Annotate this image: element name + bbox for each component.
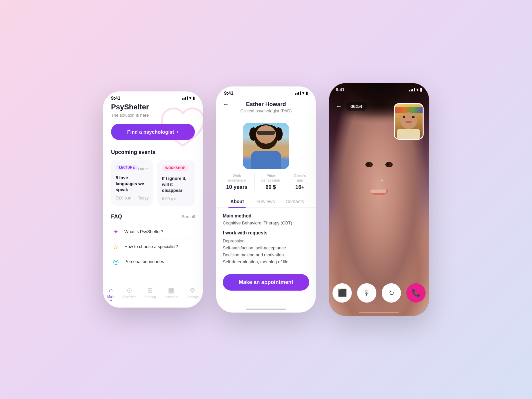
mic-button[interactable]: 🎙 (357, 283, 376, 303)
calendar-icon: ▦ (168, 286, 174, 294)
event-time-2: 6:00 p.m (162, 197, 190, 201)
faq-title: FAQ (111, 214, 122, 220)
lecture-badge: LECTURE (116, 165, 138, 170)
nav-catalog-label: Catalog (144, 295, 156, 299)
mic-icon: 🎙 (363, 289, 370, 297)
stat-price: Price per session 60 $ (261, 173, 280, 190)
signal-icon (182, 96, 188, 100)
nav-catalog[interactable]: ⊞ Catalog (144, 286, 156, 301)
faq-text-3: Personal boundaries (124, 259, 164, 264)
nav-settings[interactable]: ⚙ Settings (187, 286, 199, 301)
nav-discover-label: Discover (123, 295, 136, 299)
wifi-icon-3: ▾ (416, 87, 419, 92)
phone-2: 9:41 ▾ ▮ ← Esther Howard Clinical psycho… (216, 86, 316, 313)
see-all-link[interactable]: See all (182, 214, 195, 219)
request-2: Self-satisfaction, self-acceptance (223, 244, 309, 251)
video-back-button[interactable]: ← (336, 103, 342, 110)
phone-3: ← 06:54 9:41 ▾ ▮ (329, 83, 429, 316)
heart-decoration (160, 106, 203, 153)
phone-1: 9:41 ▾ ▮ PsyShelter The solution is here (103, 91, 203, 308)
caller-thumbnail (394, 103, 424, 140)
event-card-1[interactable]: LECTURE Online 5 love languages we speak… (111, 160, 153, 206)
signal-icon-2 (295, 91, 301, 95)
status-icons-3: ▾ ▮ (409, 87, 422, 92)
profile-photo (243, 123, 289, 169)
nav-main-label: Main (107, 295, 115, 299)
rotate-camera-button[interactable]: ↻ (382, 283, 401, 303)
rotate-icon: ↻ (389, 289, 394, 297)
stat-age-value: 16+ (294, 184, 306, 190)
requests-label: I work with requests (223, 230, 309, 235)
stat-experience: Work experience 10 years (226, 173, 247, 190)
stat-divider-1 (254, 173, 255, 190)
appointment-button[interactable]: Make an appointment (223, 274, 309, 291)
stat-price-value: 60 $ (261, 184, 280, 190)
phone1-main: PsyShelter The solution is here Find a p… (103, 103, 203, 269)
status-bar-2: 9:41 ▾ ▮ (216, 86, 316, 98)
circle-icon: ◎ (111, 258, 120, 266)
status-bar-1: 9:41 ▾ ▮ (103, 91, 203, 103)
tab-reviews[interactable]: Reviews (252, 196, 281, 207)
sparkle-icon: ✦ (111, 228, 120, 236)
tab-about[interactable]: About (223, 196, 252, 207)
faq-section: ✦ What is PsyShelter? ☆ How to choose a … (111, 224, 195, 269)
faq-header: FAQ See all (111, 214, 195, 220)
faq-text-1: What is PsyShelter? (124, 229, 163, 234)
time-2: 9:41 (224, 90, 233, 96)
request-1: Depression (223, 237, 309, 244)
stat-experience-value: 10 years (226, 184, 247, 190)
requests-list: Depression Self-satisfaction, self-accep… (223, 237, 309, 265)
method-label: Main method (223, 213, 309, 218)
tab-contacts[interactable]: Contacts (280, 196, 309, 207)
wifi-icon-2: ▾ (302, 91, 304, 95)
camera-button[interactable]: ⬛ (332, 283, 352, 303)
stat-divider-2 (287, 173, 287, 190)
signal-icon-3 (409, 88, 415, 91)
faq-item-3[interactable]: ◎ Personal boundaries (111, 254, 195, 269)
profile-tabs: About Reviews Contacts (216, 196, 316, 208)
event-title-1: 5 love languages we speak (116, 175, 149, 193)
grid-icon: ⊞ (147, 286, 153, 294)
call-timer: 06:54 (346, 102, 367, 111)
gear-icon: ⚙ (190, 286, 196, 294)
nav-settings-label: Settings (187, 295, 199, 299)
event-card-2[interactable]: WORKSHOP If I ignore it, will it disappe… (157, 160, 195, 206)
battery-icon: ▮ (193, 96, 195, 100)
nav-schedule[interactable]: ▦ Schedule (164, 286, 178, 301)
home-indicator-3 (359, 312, 399, 313)
request-4: Self-determination, meaning of life (223, 258, 309, 265)
call-controls: ⬛ 🎙 ↻ 📞 (329, 283, 429, 303)
photo-inner (243, 123, 289, 169)
event-time-1: 7:00 p.m Today (116, 196, 149, 200)
video-call-screen: ← 06:54 9:41 ▾ ▮ (329, 83, 429, 316)
back-button[interactable]: ← (223, 101, 229, 108)
end-call-icon: 📞 (412, 289, 421, 297)
bottom-nav-1: ⌂ Main ⊙ Discover ⊞ Catalog ▦ Schedule ⚙… (103, 283, 203, 308)
nav-discover[interactable]: ⊙ Discover (123, 286, 136, 301)
star-icon: ☆ (111, 243, 120, 251)
request-3: Decision making and motivation (223, 251, 309, 258)
time-1: 9:41 (111, 95, 120, 101)
nav-schedule-label: Schedule (164, 295, 178, 299)
profile-title: Clinical psychologist (PhD) (240, 108, 292, 113)
wifi-icon: ▾ (189, 96, 191, 100)
profile-body: Main method Cognitive Behavioral Therapy… (216, 208, 316, 271)
camera-icon: ⬛ (338, 289, 347, 297)
faq-text-2: How to choose a specialist? (124, 244, 178, 249)
method-value: Cognitive Behavioral Therapy (CBT) (223, 220, 309, 225)
events-row: LECTURE Online 5 love languages we speak… (111, 160, 195, 206)
search-icon: ⊙ (127, 286, 132, 294)
caller-photo (395, 104, 423, 139)
status-icons-1: ▾ ▮ (182, 96, 195, 100)
stats-row: Work experience 10 years Price per sessi… (216, 173, 316, 196)
events-title: Upcoming events (111, 149, 155, 155)
home-icon: ⌂ (109, 286, 113, 294)
faq-item-1[interactable]: ✦ What is PsyShelter? (111, 224, 195, 239)
workshop-badge: WORKSHOP (162, 165, 189, 171)
end-call-button[interactable]: 📞 (406, 283, 426, 303)
time-3: 9:41 (336, 87, 344, 92)
nav-main[interactable]: ⌂ Main (107, 286, 115, 301)
status-icons-2: ▾ ▮ (295, 91, 308, 95)
online-label: Online (138, 167, 149, 171)
faq-item-2[interactable]: ☆ How to choose a specialist? (111, 239, 195, 254)
